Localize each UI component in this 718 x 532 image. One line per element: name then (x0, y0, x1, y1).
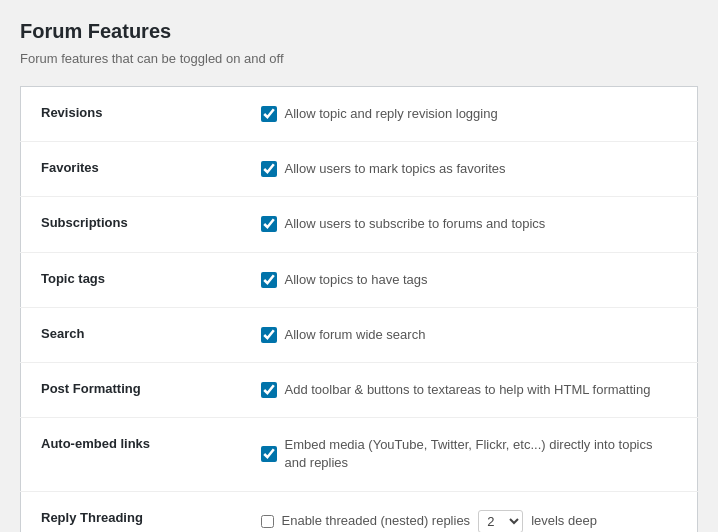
control-auto-embed: Embed media (YouTube, Twitter, Flickr, e… (241, 418, 698, 491)
settings-table: RevisionsAllow topic and reply revision … (20, 86, 698, 532)
threading-level-select[interactable]: 12345678910 (478, 510, 523, 533)
label-reply-threading: Reply Threading (21, 491, 241, 532)
label-subscriptions: Subscriptions (21, 197, 241, 252)
checkbox-row-search: Allow forum wide search (261, 326, 678, 344)
checkbox-label-auto-embed: Embed media (YouTube, Twitter, Flickr, e… (285, 436, 678, 472)
checkbox-row-topic-tags: Allow topics to have tags (261, 271, 678, 289)
page-title: Forum Features (20, 20, 698, 43)
settings-row-revisions: RevisionsAllow topic and reply revision … (21, 87, 698, 142)
threading-label-after: levels deep (531, 512, 597, 530)
control-revisions: Allow topic and reply revision logging (241, 87, 698, 142)
checkbox-topic-tags[interactable] (261, 272, 277, 288)
checkbox-auto-embed[interactable] (261, 446, 277, 462)
settings-row-auto-embed: Auto-embed linksEmbed media (YouTube, Tw… (21, 418, 698, 491)
label-topic-tags: Topic tags (21, 252, 241, 307)
checkbox-row-auto-embed: Embed media (YouTube, Twitter, Flickr, e… (261, 436, 678, 472)
checkbox-label-revisions: Allow topic and reply revision logging (285, 105, 498, 123)
settings-row-post-formatting: Post FormattingAdd toolbar & buttons to … (21, 362, 698, 417)
checkbox-revisions[interactable] (261, 106, 277, 122)
checkbox-label-subscriptions: Allow users to subscribe to forums and t… (285, 215, 546, 233)
checkbox-label-post-formatting: Add toolbar & buttons to textareas to he… (285, 381, 651, 399)
control-favorites: Allow users to mark topics as favorites (241, 142, 698, 197)
page-description: Forum features that can be toggled on an… (20, 51, 698, 66)
checkbox-favorites[interactable] (261, 161, 277, 177)
label-favorites: Favorites (21, 142, 241, 197)
checkbox-label-search: Allow forum wide search (285, 326, 426, 344)
checkbox-reply-threading[interactable] (261, 515, 274, 528)
control-subscriptions: Allow users to subscribe to forums and t… (241, 197, 698, 252)
settings-row-reply-threading: Reply ThreadingEnable threaded (nested) … (21, 491, 698, 532)
settings-row-subscriptions: SubscriptionsAllow users to subscribe to… (21, 197, 698, 252)
settings-row-favorites: FavoritesAllow users to mark topics as f… (21, 142, 698, 197)
label-search: Search (21, 307, 241, 362)
settings-row-topic-tags: Topic tagsAllow topics to have tags (21, 252, 698, 307)
threading-label-before: Enable threaded (nested) replies (282, 512, 471, 530)
checkbox-row-favorites: Allow users to mark topics as favorites (261, 160, 678, 178)
label-revisions: Revisions (21, 87, 241, 142)
control-search: Allow forum wide search (241, 307, 698, 362)
checkbox-subscriptions[interactable] (261, 216, 277, 232)
checkbox-row-post-formatting: Add toolbar & buttons to textareas to he… (261, 381, 678, 399)
checkbox-label-topic-tags: Allow topics to have tags (285, 271, 428, 289)
checkbox-post-formatting[interactable] (261, 382, 277, 398)
label-auto-embed: Auto-embed links (21, 418, 241, 491)
checkbox-search[interactable] (261, 327, 277, 343)
control-post-formatting: Add toolbar & buttons to textareas to he… (241, 362, 698, 417)
checkbox-label-favorites: Allow users to mark topics as favorites (285, 160, 506, 178)
checkbox-row-revisions: Allow topic and reply revision logging (261, 105, 678, 123)
threading-row: Enable threaded (nested) replies12345678… (261, 510, 678, 533)
label-post-formatting: Post Formatting (21, 362, 241, 417)
settings-row-search: SearchAllow forum wide search (21, 307, 698, 362)
control-topic-tags: Allow topics to have tags (241, 252, 698, 307)
control-reply-threading: Enable threaded (nested) replies12345678… (241, 491, 698, 532)
checkbox-row-subscriptions: Allow users to subscribe to forums and t… (261, 215, 678, 233)
